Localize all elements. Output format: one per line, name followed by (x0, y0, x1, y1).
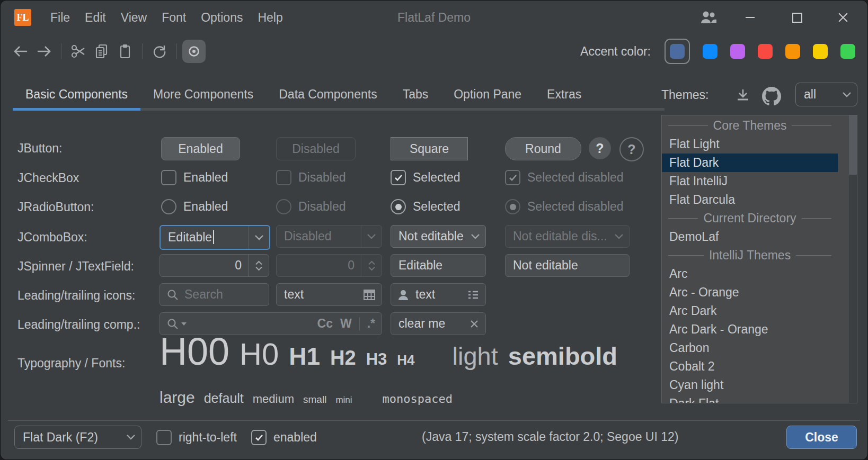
checkbox-selected[interactable]: Selected (391, 170, 460, 185)
radio-disabled: Disabled (276, 199, 346, 214)
scrollbar-thumb[interactable] (849, 115, 857, 175)
theme-filter-value: all (796, 87, 837, 102)
copy-icon (94, 43, 110, 59)
textfield-editable[interactable]: Editable (391, 254, 486, 277)
theme-list-scrollbar[interactable] (849, 115, 857, 403)
search-field[interactable]: Search (160, 283, 269, 306)
tab-basic-components[interactable]: Basic Components (13, 80, 140, 111)
github-link-button[interactable] (762, 87, 781, 106)
theme-item-flat-darcula[interactable]: Flat Darcula (662, 191, 838, 209)
theme-item-flat-intellij[interactable]: Flat IntelliJ (662, 172, 838, 191)
back-arrow-icon (12, 44, 29, 59)
refresh-button[interactable] (148, 40, 171, 63)
tab-option-pane[interactable]: Option Pane (441, 80, 534, 111)
close-window-button[interactable] (831, 1, 855, 34)
checkbox-enabled[interactable]: Enabled (161, 170, 228, 185)
menu-edit[interactable]: Edit (77, 1, 113, 34)
jbutton-enabled[interactable]: Enabled (161, 137, 240, 160)
cut-button[interactable] (67, 40, 90, 63)
accent-swatch-orange[interactable] (785, 44, 800, 59)
search-icon[interactable] (166, 318, 179, 330)
check-icon (509, 174, 517, 182)
show-hidden-toggle-button[interactable] (182, 40, 206, 63)
laf-combobox[interactable]: Flat Dark (F2) (14, 426, 141, 449)
theme-item-arc[interactable]: Arc (662, 265, 838, 283)
theme-item-arc-dark-orange[interactable]: Arc Dark - Orange (662, 320, 838, 339)
menu-bar: File Edit View Font Options Help (43, 1, 290, 34)
accent-swatch-green[interactable] (840, 44, 855, 59)
checkbox-label: right-to-left (179, 430, 237, 445)
theme-filter-combobox[interactable]: all (795, 83, 857, 106)
theme-item-demolaf[interactable]: DemoLaf (662, 228, 838, 246)
theme-item-flat-light[interactable]: Flat Light (662, 135, 838, 154)
radio-selected[interactable]: Selected (391, 199, 460, 214)
typography-heading-samples: H00 H0 H1 H2 H3 H4 light semibold (160, 330, 617, 373)
spinner-disabled: 0 (276, 254, 382, 277)
jbutton-square[interactable]: Square (391, 137, 468, 160)
right-to-left-checkbox[interactable]: right-to-left (156, 430, 237, 445)
close-button[interactable]: Close (786, 426, 857, 449)
menu-view[interactable]: View (113, 1, 154, 34)
search-options-arrow-icon[interactable] (181, 322, 187, 326)
forward-button[interactable] (32, 40, 56, 63)
theme-item-flat-dark[interactable]: Flat Dark (662, 154, 838, 172)
clear-x-icon[interactable] (470, 319, 479, 329)
tab-tabs[interactable]: Tabs (390, 80, 441, 111)
jbutton-help-outline[interactable]: ? (619, 137, 644, 161)
table-icon[interactable] (362, 288, 376, 302)
toolbar: Accent color: (1, 34, 867, 68)
chevron-down-icon (471, 233, 480, 240)
text-field-trailing-table[interactable]: text (276, 283, 382, 306)
tab-more-components[interactable]: More Components (140, 80, 266, 111)
minimize-button[interactable] (738, 1, 761, 34)
jcombobox-row-label: JComboBox: (17, 230, 87, 245)
theme-item-arc-orange[interactable]: Arc - Orange (662, 283, 838, 302)
combobox-not-editable[interactable]: Not editable (391, 225, 486, 248)
radio-label: Selected disabled (527, 200, 624, 214)
spinner-value[interactable]: 0 (160, 258, 248, 273)
enabled-checkbox[interactable]: enabled (251, 430, 317, 445)
copy-button[interactable] (90, 40, 113, 63)
theme-item-carbon[interactable]: Carbon (662, 339, 838, 357)
whole-word-button[interactable]: W (340, 317, 352, 331)
text-caret (213, 230, 214, 244)
accent-swatch-red[interactable] (758, 44, 773, 59)
spinner-arrows-icon[interactable] (255, 260, 263, 271)
paste-button[interactable] (113, 40, 137, 63)
menu-options[interactable]: Options (193, 1, 250, 34)
tab-data-components[interactable]: Data Components (266, 80, 389, 111)
jbutton-help-filled[interactable]: ? (589, 137, 611, 159)
radio-enabled[interactable]: Enabled (161, 199, 228, 214)
tab-extras[interactable]: Extras (534, 80, 594, 111)
accent-swatch-yellow[interactable] (813, 44, 828, 59)
maximize-button[interactable] (785, 1, 809, 34)
combobox-value: Editable (161, 230, 214, 245)
text-field-leading-user[interactable]: text (391, 283, 486, 306)
menu-file[interactable]: File (43, 1, 77, 34)
default-sample: default (204, 391, 244, 406)
theme-item-cobalt-2[interactable]: Cobalt 2 (662, 357, 838, 376)
flatlaf-logo-icon: FL (14, 9, 31, 26)
list-icon[interactable] (466, 288, 480, 302)
back-button[interactable] (9, 40, 32, 63)
theme-item-dark-flat[interactable]: Dark Flat (662, 394, 838, 403)
menu-font[interactable]: Font (154, 1, 193, 34)
textfield-not-editable: Not editable (505, 254, 630, 277)
accent-swatch-purple[interactable] (730, 44, 745, 59)
jbutton-round[interactable]: Round (505, 137, 581, 160)
menu-help[interactable]: Help (250, 1, 290, 34)
accent-color-picker: Accent color: (580, 34, 855, 68)
spinner-enabled[interactable]: 0 (160, 254, 269, 277)
download-theme-button[interactable] (734, 87, 751, 104)
checkbox-box (391, 170, 406, 185)
users-button[interactable] (696, 1, 721, 34)
theme-item-arc-dark[interactable]: Arc Dark (662, 302, 838, 320)
checkbox-label: Disabled (298, 170, 346, 185)
theme-item-cyan-light[interactable]: Cyan light (662, 376, 838, 394)
match-case-button[interactable]: Cc (317, 317, 333, 331)
accent-swatch-blue[interactable] (703, 44, 718, 59)
regex-button[interactable]: .* (367, 317, 375, 331)
cut-scissors-icon (70, 43, 86, 59)
combobox-editable[interactable]: Editable (160, 225, 270, 250)
accent-swatch-selected[interactable] (665, 39, 690, 64)
